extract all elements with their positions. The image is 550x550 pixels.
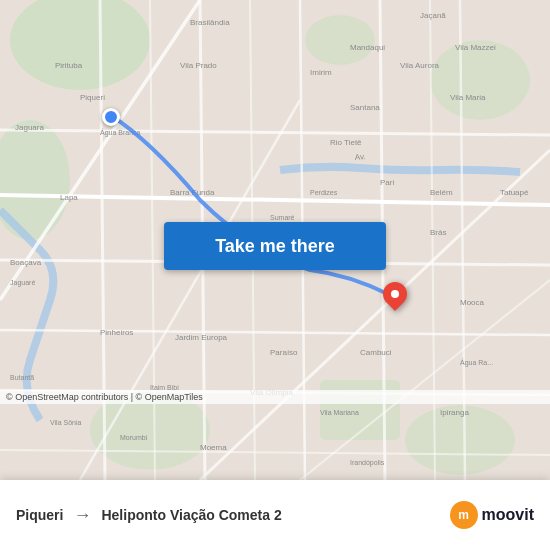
svg-text:Cambuci: Cambuci — [360, 348, 392, 357]
svg-text:Mandaqui: Mandaqui — [350, 43, 385, 52]
bottom-bar: Piqueri → Heliponto Viação Cometa 2 m mo… — [0, 480, 550, 550]
map-copyright: © OpenStreetMap contributors | © OpenMap… — [0, 390, 550, 404]
svg-text:Moema: Moema — [200, 443, 227, 452]
svg-text:Tatuapé: Tatuapé — [500, 188, 529, 197]
svg-text:Santana: Santana — [350, 103, 380, 112]
svg-text:Av.: Av. — [354, 152, 366, 162]
svg-text:Vila Sônia: Vila Sônia — [50, 419, 82, 426]
svg-text:Irandópolis: Irandópolis — [350, 459, 385, 467]
svg-text:Jaguara: Jaguara — [15, 123, 44, 132]
moovit-name: moovit — [482, 506, 534, 524]
svg-text:Vila Aurora: Vila Aurora — [400, 61, 440, 70]
route-origin: Piqueri — [16, 507, 63, 523]
svg-text:Jaguaré: Jaguaré — [10, 279, 35, 287]
svg-text:Belém: Belém — [430, 188, 453, 197]
svg-text:Ipiranga: Ipiranga — [440, 408, 469, 417]
svg-text:Vila Maria: Vila Maria — [450, 93, 486, 102]
moovit-logo: m moovit — [450, 501, 534, 529]
svg-text:Mooca: Mooca — [460, 298, 485, 307]
route-destination: Heliponto Viação Cometa 2 — [101, 507, 449, 523]
svg-text:Água Ra...: Água Ra... — [460, 358, 493, 367]
svg-text:Lapa: Lapa — [60, 193, 78, 202]
svg-text:Pari: Pari — [380, 178, 394, 187]
svg-text:Morumbi: Morumbi — [120, 434, 148, 441]
svg-text:Pirituba: Pirituba — [55, 61, 83, 70]
svg-text:Jaçanã: Jaçanã — [420, 11, 446, 20]
svg-text:Vila Mariana: Vila Mariana — [320, 409, 359, 416]
svg-text:Paraíso: Paraíso — [270, 348, 298, 357]
moovit-icon: m — [450, 501, 478, 529]
svg-point-3 — [430, 40, 530, 120]
svg-text:Sumaré: Sumaré — [270, 214, 295, 221]
svg-point-4 — [305, 15, 375, 65]
take-me-there-button[interactable]: Take me there — [164, 222, 386, 270]
map-container: Pirituba Brasilândia Jaçanã Mandaqui Vil… — [0, 0, 550, 480]
svg-text:Boaçava: Boaçava — [10, 258, 42, 267]
route-arrow-icon: → — [73, 505, 91, 526]
svg-text:Brás: Brás — [430, 228, 446, 237]
svg-text:Vila Prado: Vila Prado — [180, 61, 217, 70]
svg-text:Vila Mazzei: Vila Mazzei — [455, 43, 496, 52]
svg-text:Brasilândia: Brasilândia — [190, 18, 230, 27]
svg-text:Imirim: Imirim — [310, 68, 332, 77]
svg-text:Jardim Europa: Jardim Europa — [175, 333, 228, 342]
svg-text:Butantã: Butantã — [10, 374, 34, 381]
svg-text:Piqueri: Piqueri — [80, 93, 105, 102]
origin-marker — [102, 108, 120, 126]
destination-pin-inner — [391, 290, 399, 298]
svg-text:Pinheiros: Pinheiros — [100, 328, 133, 337]
svg-text:Perdizes: Perdizes — [310, 189, 338, 196]
svg-text:Rio Tietê: Rio Tietê — [330, 138, 362, 147]
